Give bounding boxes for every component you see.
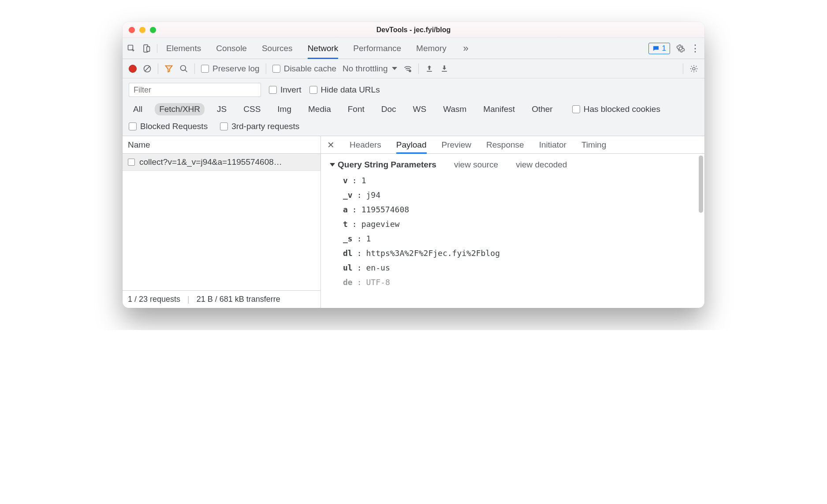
scrollbar[interactable] [699, 156, 703, 213]
preserve-log-checkbox[interactable]: Preserve log [201, 64, 260, 74]
query-params-section-head: Query String Parameters view source view… [330, 160, 696, 170]
kebab-menu-icon[interactable]: ⋮ [691, 44, 700, 53]
inspect-element-icon[interactable] [127, 44, 136, 53]
separator [194, 63, 195, 74]
tab-label: Sources [262, 44, 293, 53]
import-har-icon[interactable] [425, 64, 434, 73]
chip-wasm[interactable]: Wasm [439, 103, 471, 115]
request-row[interactable]: collect?v=1&_v=j94&a=1195574608… [123, 154, 320, 171]
tab-elements[interactable]: Elements [166, 38, 201, 59]
titlebar: DevTools - jec.fyi/blog [123, 22, 704, 38]
search-icon[interactable] [179, 64, 188, 73]
throttling-dropdown[interactable]: No throttling [343, 64, 397, 74]
traffic-lights [129, 27, 156, 33]
filter-input[interactable] [129, 83, 261, 97]
svg-line-6 [185, 70, 187, 72]
chip-img[interactable]: Img [273, 103, 296, 115]
param-key: a [343, 205, 348, 214]
param-key: de [343, 278, 353, 287]
tab-console[interactable]: Console [216, 38, 247, 59]
window-maximize-button[interactable] [150, 27, 156, 33]
detail-tab-headers[interactable]: Headers [350, 136, 381, 153]
chip-other[interactable]: Other [527, 103, 557, 115]
more-tabs-chevron-icon[interactable]: » [462, 44, 470, 53]
detail-tab-initiator[interactable]: Initiator [539, 136, 566, 153]
chip-doc[interactable]: Doc [377, 103, 401, 115]
checkbox-icon [572, 105, 580, 113]
tab-label: Console [216, 44, 247, 53]
param-value: en-us [366, 263, 390, 272]
param-value: UTF-8 [366, 278, 390, 287]
invert-label: Invert [280, 85, 302, 95]
hide-data-urls-checkbox[interactable]: Hide data URLs [309, 85, 380, 95]
panel-tabs: Elements Console Sources Network Perform… [123, 38, 704, 59]
detail-tab-payload[interactable]: Payload [396, 136, 427, 153]
disclosure-triangle-icon [330, 163, 335, 167]
chip-font[interactable]: Font [343, 103, 369, 115]
checkbox-icon [269, 86, 277, 94]
export-har-icon[interactable] [440, 64, 449, 73]
svg-point-5 [181, 65, 186, 70]
requests-column: Name collect?v=1&_v=j94&a=1195574608… 1 … [123, 136, 321, 308]
param-value: 1195574608 [361, 205, 409, 214]
detail-tabs: ✕ Headers Payload Preview Response Initi… [321, 136, 704, 154]
tab-performance[interactable]: Performance [353, 38, 401, 59]
network-settings-gear-icon[interactable] [689, 64, 698, 73]
settings-gear-icon[interactable] [676, 44, 685, 53]
query-param-row: _s:1 [343, 234, 696, 243]
chip-media[interactable]: Media [304, 103, 335, 115]
chip-all[interactable]: All [129, 103, 147, 115]
panel-tabs-list: Elements Console Sources Network Perform… [166, 38, 470, 59]
request-name: collect?v=1&_v=j94&a=1195574608… [139, 157, 282, 167]
chip-fetch-xhr[interactable]: Fetch/XHR [155, 103, 205, 115]
network-conditions-icon[interactable] [403, 64, 412, 73]
devtools-window: DevTools - jec.fyi/blog Elements Console… [123, 22, 704, 308]
chip-css[interactable]: CSS [239, 103, 265, 115]
has-blocked-cookies-label: Has blocked cookies [584, 104, 660, 114]
view-decoded-link[interactable]: view decoded [516, 160, 567, 170]
tab-network[interactable]: Network [308, 38, 339, 59]
blocked-requests-label: Blocked Requests [140, 122, 208, 131]
separator [418, 63, 419, 74]
separator [266, 63, 266, 74]
messages-badge[interactable]: 1 [648, 43, 670, 54]
query-param-row: ul:en-us [343, 263, 696, 272]
detail-tab-timing[interactable]: Timing [581, 136, 606, 153]
chip-js[interactable]: JS [212, 103, 231, 115]
detail-column: ✕ Headers Payload Preview Response Initi… [321, 136, 704, 308]
invert-checkbox[interactable]: Invert [269, 85, 302, 95]
tab-sources[interactable]: Sources [262, 38, 293, 59]
detail-tab-preview[interactable]: Preview [442, 136, 472, 153]
third-party-label: 3rd-party requests [231, 122, 299, 131]
view-source-link[interactable]: view source [454, 160, 498, 170]
param-value: https%3A%2F%2Fjec.fyi%2Fblog [366, 248, 500, 258]
param-value: pageview [361, 219, 400, 229]
tab-label: Memory [416, 44, 447, 53]
tab-memory[interactable]: Memory [416, 38, 447, 59]
chip-ws[interactable]: WS [409, 103, 431, 115]
clear-icon[interactable] [143, 64, 152, 73]
window-minimize-button[interactable] [139, 27, 145, 33]
detail-tab-response[interactable]: Response [486, 136, 524, 153]
has-blocked-cookies-checkbox[interactable]: Has blocked cookies [572, 104, 660, 114]
detail-body: Query String Parameters view source view… [321, 154, 704, 308]
third-party-checkbox[interactable]: 3rd-party requests [220, 122, 299, 131]
record-button[interactable] [129, 65, 137, 73]
close-detail-icon[interactable]: ✕ [327, 140, 335, 150]
requests-header[interactable]: Name [123, 136, 320, 154]
param-value: j94 [366, 190, 381, 200]
svg-rect-9 [442, 71, 447, 72]
checkbox-icon [129, 122, 137, 130]
chip-manifest[interactable]: Manifest [479, 103, 519, 115]
network-toolbar: Preserve log Disable cache No throttling [123, 59, 704, 78]
disable-cache-checkbox[interactable]: Disable cache [272, 64, 336, 74]
device-toggle-icon[interactable] [142, 44, 151, 53]
blocked-requests-checkbox[interactable]: Blocked Requests [129, 122, 208, 131]
window-close-button[interactable] [129, 27, 135, 33]
filter-funnel-icon[interactable] [164, 64, 173, 73]
param-key: _s [343, 234, 353, 243]
checkbox-icon [309, 86, 317, 94]
request-status-icon [128, 159, 135, 166]
query-params-title[interactable]: Query String Parameters [330, 160, 436, 170]
param-key: _v [343, 190, 353, 200]
